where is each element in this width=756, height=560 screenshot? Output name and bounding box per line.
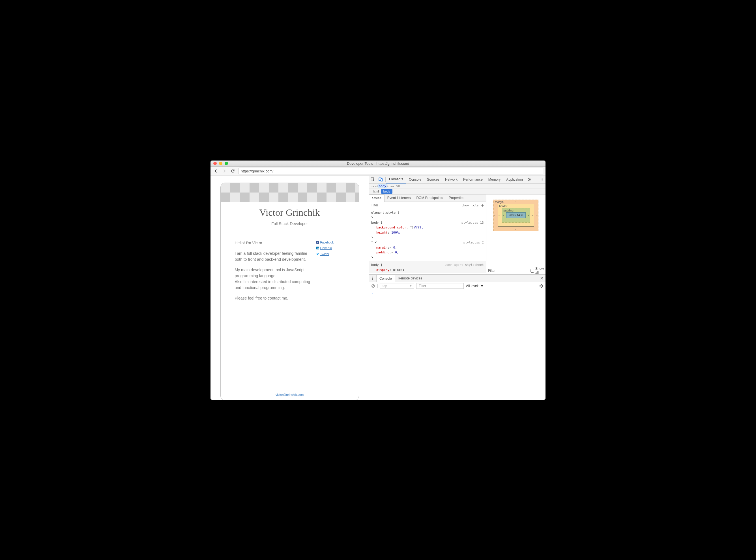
tab-console[interactable]: Console bbox=[406, 176, 424, 183]
plus-icon bbox=[481, 203, 484, 207]
console-settings-button[interactable] bbox=[539, 284, 543, 288]
drawer-tab-console[interactable]: Console bbox=[376, 275, 395, 282]
color-swatch[interactable] bbox=[410, 226, 413, 229]
linkedin-link[interactable]: LinkedIn bbox=[316, 246, 344, 251]
css-property: height bbox=[376, 231, 387, 235]
subtab-properties[interactable]: Properties bbox=[446, 195, 467, 202]
css-value: 0; bbox=[393, 246, 397, 249]
console-context-select[interactable]: top bbox=[380, 283, 414, 289]
styles-filter-input[interactable] bbox=[371, 203, 459, 207]
page-text: My main development tool is JavaScript p… bbox=[235, 267, 305, 278]
bm-value: - bbox=[516, 223, 516, 226]
svg-point-3 bbox=[317, 247, 317, 248]
forward-button[interactable] bbox=[221, 168, 228, 174]
clear-icon bbox=[371, 284, 375, 288]
minimize-window-button[interactable] bbox=[219, 162, 223, 165]
window-titlebar: Developer Tools - https://grinchik.com/ bbox=[210, 161, 546, 167]
computed-pane: margin - - - - border - - - - bbox=[486, 195, 546, 274]
console-levels-select[interactable]: All levels ▼ bbox=[466, 284, 484, 288]
tab-memory[interactable]: Memory bbox=[485, 176, 503, 183]
dom-breadcrumb: html body bbox=[369, 189, 546, 195]
inspect-icon bbox=[371, 177, 375, 182]
box-model[interactable]: margin - - - - border - - - - bbox=[486, 195, 546, 267]
rule-brace: } bbox=[371, 236, 373, 239]
facebook-icon bbox=[316, 241, 319, 244]
reload-button[interactable] bbox=[230, 168, 236, 174]
devtools-menu-button[interactable] bbox=[539, 176, 546, 183]
separator bbox=[377, 284, 378, 288]
svg-rect-6 bbox=[381, 179, 382, 181]
svg-point-12 bbox=[372, 279, 373, 280]
console-filter-input[interactable] bbox=[416, 283, 464, 289]
reload-icon bbox=[231, 169, 235, 173]
breadcrumb-body[interactable]: body bbox=[381, 189, 393, 194]
rule-brace: } bbox=[371, 256, 373, 259]
computed-filter-row: Show all bbox=[486, 267, 546, 274]
subtab-styles[interactable]: Styles bbox=[369, 195, 384, 202]
subtab-dom-breakpoints[interactable]: DOM Breakpoints bbox=[413, 195, 446, 202]
box-model-content: 980 × 1436 bbox=[506, 212, 525, 218]
console-drawer: Console Remote devices top All levels ▼ bbox=[369, 275, 546, 400]
computed-filter-input[interactable] bbox=[488, 269, 530, 273]
drawer-menu-button[interactable] bbox=[369, 275, 376, 282]
bm-value: - bbox=[499, 214, 499, 217]
zoom-window-button[interactable] bbox=[225, 162, 228, 165]
rule-source[interactable]: style.css:13 bbox=[461, 220, 484, 225]
css-value: 0; bbox=[395, 251, 399, 254]
dom-tag: body bbox=[378, 184, 387, 188]
rule-selector: body { bbox=[371, 221, 382, 224]
svg-point-8 bbox=[542, 179, 543, 180]
clear-console-button[interactable] bbox=[371, 284, 375, 288]
drawer-close-button[interactable] bbox=[538, 275, 546, 282]
twitter-icon bbox=[316, 253, 319, 255]
device-icon bbox=[379, 177, 383, 182]
page-header-placeholder bbox=[221, 183, 359, 202]
bm-value: - bbox=[516, 219, 516, 222]
close-window-button[interactable] bbox=[213, 162, 217, 165]
social-label: LinkedIn bbox=[320, 246, 332, 251]
page-text: Also I'm interested in distributed compu… bbox=[235, 279, 310, 290]
linkedin-icon bbox=[316, 246, 319, 249]
dom-tree-selected-line[interactable]: …▸▾<body> == $0 bbox=[369, 184, 546, 189]
url-bar[interactable]: https://grinchik.com/ bbox=[238, 167, 543, 174]
tab-elements[interactable]: Elements bbox=[386, 176, 406, 183]
rule-source[interactable]: style.css:2 bbox=[463, 240, 484, 245]
hov-toggle[interactable]: :hov bbox=[461, 203, 469, 207]
facebook-link[interactable]: Facebook bbox=[316, 240, 344, 245]
more-tabs-button[interactable] bbox=[526, 176, 533, 183]
tab-sources[interactable]: Sources bbox=[424, 176, 442, 183]
css-rules[interactable]: element.style { } style.css:13body { bac… bbox=[369, 209, 486, 274]
subtab-event-listeners[interactable]: Event Listeners bbox=[384, 195, 414, 202]
console-body[interactable]: › bbox=[369, 290, 546, 400]
twitter-link[interactable]: Twitter bbox=[316, 252, 344, 257]
css-property: background-color bbox=[376, 226, 406, 229]
drawer-tab-remote-devices[interactable]: Remote devices bbox=[395, 275, 425, 282]
close-icon bbox=[540, 277, 544, 280]
tab-network[interactable]: Network bbox=[442, 176, 460, 183]
cls-toggle[interactable]: .cls bbox=[471, 203, 479, 207]
rule-source: user agent stylesheet bbox=[444, 262, 484, 267]
breadcrumb-html[interactable]: html bbox=[371, 189, 381, 194]
browser-toolbar: https://grinchik.com/ bbox=[210, 167, 546, 176]
tab-application[interactable]: Application bbox=[503, 176, 526, 183]
tab-performance[interactable]: Performance bbox=[460, 176, 485, 183]
device-toolbar-button[interactable] bbox=[377, 176, 385, 183]
inspect-element-button[interactable] bbox=[369, 176, 377, 183]
show-all-toggle[interactable]: Show all bbox=[530, 267, 544, 275]
svg-point-9 bbox=[542, 180, 543, 181]
page-footer: victor@grinchik.com bbox=[221, 389, 359, 400]
new-style-rule-button[interactable] bbox=[481, 203, 484, 207]
svg-point-10 bbox=[372, 277, 373, 277]
email-link[interactable]: victor@grinchik.com bbox=[276, 393, 303, 396]
box-model-border: border - - - - padding - - - bbox=[498, 204, 534, 227]
page-paragraph: I am a full stack developer feeling fami… bbox=[235, 251, 311, 262]
styles-pane: Styles Event Listeners DOM Breakpoints P… bbox=[369, 195, 486, 274]
devtools-main-tabs: Elements Console Sources Network Perform… bbox=[369, 176, 546, 184]
bm-value: - bbox=[516, 204, 516, 207]
content-area: Victor Grinchik Full Stack Developer Hel… bbox=[210, 176, 546, 400]
page-paragraph: My main development tool is JavaScript p… bbox=[235, 267, 311, 291]
bm-value: - bbox=[528, 214, 529, 217]
back-button[interactable] bbox=[213, 168, 219, 174]
bm-value: - bbox=[516, 227, 516, 231]
show-all-checkbox[interactable] bbox=[530, 269, 534, 273]
